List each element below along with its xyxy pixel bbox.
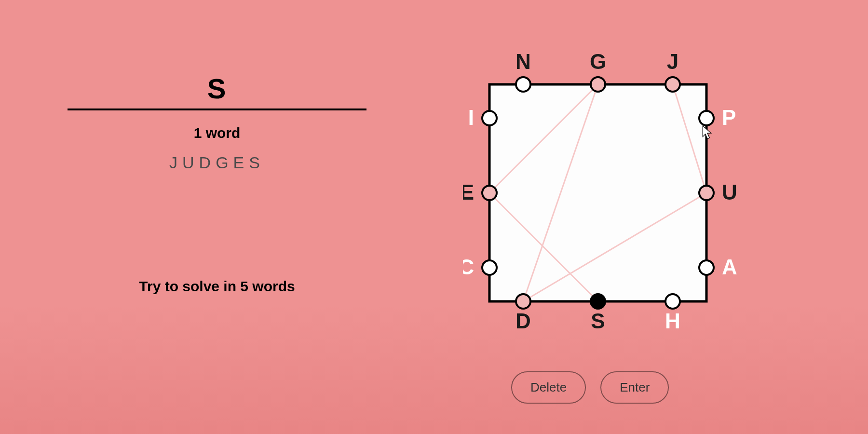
svg-point-18: [699, 260, 714, 275]
letter-label: S: [591, 309, 605, 333]
input-panel: S 1 word JUDGES Try to solve in 5 words: [68, 72, 366, 295]
word-count: 1 word: [68, 125, 366, 141]
svg-point-16: [699, 111, 714, 125]
letter-dot-d[interactable]: D: [515, 294, 531, 333]
letter-dot-h[interactable]: H: [665, 294, 680, 333]
letter-label: J: [667, 50, 678, 73]
game-board: NGJDSHIECPUA: [463, 43, 752, 344]
letter-label: C: [463, 255, 474, 279]
letter-dot-g[interactable]: G: [590, 50, 606, 92]
letter-label: A: [722, 255, 737, 279]
svg-point-13: [482, 111, 497, 125]
letter-dot-n[interactable]: N: [515, 50, 531, 92]
letter-label: P: [722, 106, 736, 129]
hint-text: Try to solve in 5 words: [68, 278, 366, 295]
svg-point-8: [591, 77, 605, 92]
current-input: S: [68, 72, 366, 105]
letter-label: E: [463, 180, 474, 204]
letter-dot-j[interactable]: J: [665, 50, 680, 92]
letter-label: U: [722, 180, 737, 204]
letter-label: G: [590, 50, 606, 73]
letter-label: I: [468, 106, 474, 129]
letter-label: N: [515, 50, 531, 73]
svg-point-14: [482, 186, 497, 200]
letter-dot-s[interactable]: S: [591, 294, 605, 333]
svg-point-10: [516, 294, 530, 309]
letter-label: D: [515, 309, 531, 333]
svg-point-9: [665, 77, 680, 92]
letter-label: H: [665, 309, 680, 333]
svg-point-15: [482, 260, 497, 275]
delete-button[interactable]: Delete: [511, 371, 586, 404]
svg-point-7: [516, 77, 530, 92]
input-underline: [68, 108, 366, 110]
button-row: Delete Enter: [511, 371, 669, 404]
svg-rect-0: [489, 84, 706, 301]
svg-point-12: [665, 294, 680, 309]
svg-point-17: [699, 186, 714, 200]
svg-point-11: [591, 294, 605, 309]
found-word: JUDGES: [68, 153, 366, 172]
enter-button[interactable]: Enter: [600, 371, 669, 404]
